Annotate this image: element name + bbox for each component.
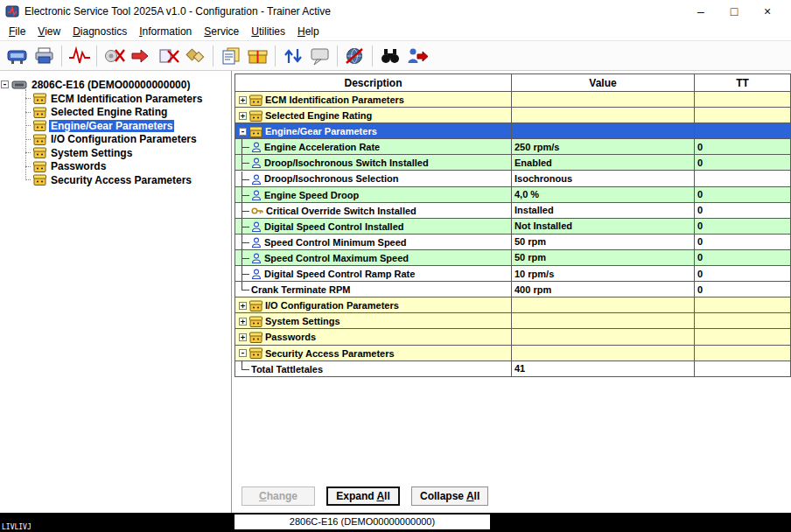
parameter-group-icon [249, 126, 262, 137]
description-cell: Critical Override Switch Installed [235, 202, 512, 218]
search-button[interactable] [376, 43, 403, 68]
menu-item-information[interactable]: Information [133, 24, 198, 38]
menu-item-view[interactable]: View [32, 24, 66, 38]
menu-item-help[interactable]: Help [291, 24, 326, 38]
tt-cell: 0 [695, 155, 791, 171]
expander-icon[interactable]: - [239, 128, 247, 136]
description-cell: +System Settings [235, 313, 512, 329]
logout-button[interactable] [403, 43, 430, 68]
information-icon [220, 46, 242, 66]
expander-icon[interactable]: + [239, 302, 247, 310]
menu-item-file[interactable]: File [3, 24, 32, 38]
table-row-crank-terminate-rpm[interactable]: Crank Terminate RPM400 rpm0 [235, 282, 791, 298]
expander-icon[interactable]: + [239, 96, 247, 104]
table-row-engine-gear-parameters[interactable]: -Engine/Gear Parameters [235, 123, 791, 139]
delete-button[interactable] [155, 43, 182, 68]
tree-connector [25, 179, 31, 180]
ecm-connect-button[interactable] [4, 43, 31, 68]
flash-program-button[interactable] [128, 43, 155, 68]
column-header-tt[interactable]: TT [695, 74, 791, 92]
table-row-digital-speed-control-ramp-rate[interactable]: Digital Speed Control Ramp Rate10 rpm/s0 [235, 266, 791, 282]
tree-item-security-access-parameters[interactable]: Security Access Parameters [24, 173, 231, 187]
tree-connector [239, 188, 250, 202]
tree-connector [25, 152, 31, 153]
close-icon[interactable]: × [751, 4, 784, 18]
table-row-system-settings[interactable]: +System Settings [235, 313, 791, 329]
tree-item-label: Passwords [49, 160, 108, 172]
tree-item-system-settings[interactable]: System Settings [24, 146, 231, 160]
tree-item-label: System Settings [49, 147, 134, 159]
table-row-security-access-parameters[interactable]: -Security Access Parameters [235, 345, 791, 360]
description-cell: +Selected Engine Rating [235, 108, 512, 123]
configuration-button[interactable] [244, 43, 271, 68]
print-button[interactable] [31, 43, 58, 68]
person-icon [251, 253, 262, 263]
table-row-passwords[interactable]: +Passwords [235, 329, 791, 345]
value-cell [512, 92, 695, 108]
tree-connector [25, 125, 31, 126]
configuration-icon [247, 46, 270, 66]
menu-item-service[interactable]: Service [198, 24, 245, 38]
person-icon [251, 174, 262, 185]
minimize-icon[interactable]: – [684, 4, 718, 18]
maximize-icon[interactable]: □ [718, 4, 751, 18]
table-row-droop-isochronous-selection[interactable]: Droop/Isochronous SelectionIsochronous [235, 171, 791, 186]
status-monitor-button[interactable] [306, 43, 333, 68]
tree-connector [239, 156, 250, 170]
snapshot-button[interactable] [182, 43, 209, 68]
main-area: - 2806C-E16 (DEMO00000000000) ECM Identi… [0, 71, 791, 513]
table-row-critical-override-switch-installed[interactable]: Critical Override Switch InstalledInstal… [235, 202, 791, 218]
table-row-engine-acceleration-rate[interactable]: Engine Acceleration Rate250 rpm/s0 [235, 139, 791, 155]
parameters-panel: Description Value TT +ECM Identification… [231, 71, 791, 513]
table-row-droop-isochronous-switch-installed[interactable]: Droop/Isochronous Switch InstalledEnable… [235, 155, 791, 171]
waveform-icon [68, 46, 91, 66]
column-header-value[interactable]: Value [512, 74, 695, 92]
tree-item-i-o-configuration-parameters[interactable]: I/O Configuration Parameters [24, 133, 231, 147]
tt-cell [695, 92, 791, 108]
tt-cell: 0 [695, 266, 791, 282]
change-button[interactable]: Change [242, 486, 315, 506]
table-row-i-o-configuration-parameters[interactable]: +I/O Configuration Parameters [235, 298, 791, 313]
column-header-description[interactable]: Description [235, 74, 512, 92]
description-cell: Droop/Isochronous Switch Installed [235, 155, 512, 171]
root-expander-icon[interactable]: - [1, 80, 9, 88]
expander-icon[interactable]: - [239, 349, 247, 357]
table-row-ecm-identification-parameters[interactable]: +ECM Identification Parameters [235, 92, 791, 108]
tree-item-ecm-identification-parameters[interactable]: ECM Identification Parameters [24, 92, 231, 106]
web-offline-button[interactable] [341, 43, 368, 68]
tree-item-selected-engine-rating[interactable]: Selected Engine Rating [24, 106, 231, 120]
menu-item-diagnostics[interactable]: Diagnostics [66, 24, 133, 38]
description-cell: Crank Terminate RPM [235, 282, 512, 298]
row-label: Droop/Isochronous Selection [264, 174, 398, 185]
parameter-group-icon [249, 94, 262, 106]
description-cell: Speed Control Minimum Speed [235, 234, 512, 249]
table-row-speed-control-minimum-speed[interactable]: Speed Control Minimum Speed50 rpm0 [235, 234, 791, 249]
table-row-engine-speed-droop[interactable]: Engine Speed Droop4,0 %0 [235, 186, 791, 202]
collapse-all-button[interactable]: Collapse All [411, 486, 488, 506]
information-button[interactable] [217, 43, 244, 68]
description-cell: +I/O Configuration Parameters [235, 298, 512, 313]
parameter-group-icon [33, 174, 46, 186]
row-label: System Settings [265, 316, 340, 326]
waveform-button[interactable] [66, 43, 93, 68]
ecm-connect-icon [6, 46, 29, 66]
expander-icon[interactable]: + [239, 333, 247, 341]
tt-cell: 0 [695, 282, 791, 298]
tt-cell: 0 [695, 218, 791, 234]
table-row-selected-engine-rating[interactable]: +Selected Engine Rating [235, 108, 791, 123]
tt-cell [695, 345, 791, 360]
value-cell: Not Installed [512, 218, 695, 234]
menu-item-utilities[interactable]: Utilities [245, 24, 291, 38]
tree-root-item[interactable]: - 2806C-E16 (DEMO00000000000) [4, 77, 231, 92]
expand-all-button[interactable]: Expand All [326, 486, 400, 506]
expander-icon[interactable]: + [239, 112, 247, 120]
clear-codes-button[interactable] [101, 43, 128, 68]
table-row-speed-control-maximum-speed[interactable]: Speed Control Maximum Speed50 rpm0 [235, 249, 791, 265]
table-row-total-tattletales[interactable]: Total Tattletales41 [235, 360, 791, 376]
tree-item-engine-gear-parameters[interactable]: Engine/Gear Parameters [24, 119, 231, 133]
compare-button[interactable] [279, 43, 306, 68]
tt-cell [695, 123, 791, 139]
expander-icon[interactable]: + [239, 318, 247, 326]
tree-item-passwords[interactable]: Passwords [24, 160, 231, 174]
table-row-digital-speed-control-installed[interactable]: Digital Speed Control InstalledNot Insta… [235, 218, 791, 234]
